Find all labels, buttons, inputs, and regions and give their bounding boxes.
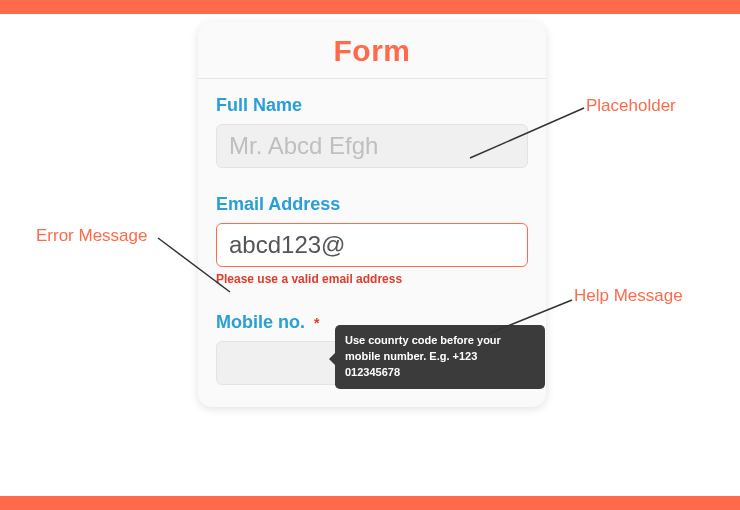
email-label: Email Address bbox=[216, 194, 528, 215]
required-star-icon: * bbox=[314, 315, 319, 331]
annotation-error: Error Message bbox=[36, 226, 147, 246]
field-email: Email Address Please use a valid email a… bbox=[216, 194, 528, 286]
annotation-placeholder: Placeholder bbox=[586, 96, 676, 116]
top-accent-bar bbox=[0, 0, 740, 14]
full-name-label: Full Name bbox=[216, 95, 528, 116]
full-name-input[interactable] bbox=[216, 124, 528, 168]
bottom-accent-bar bbox=[0, 496, 740, 510]
form-header: Form bbox=[198, 22, 546, 79]
mobile-label-text: Mobile no. bbox=[216, 312, 305, 332]
email-error-message: Please use a valid email address bbox=[216, 272, 528, 286]
form-title: Form bbox=[198, 34, 546, 68]
email-input[interactable] bbox=[216, 223, 528, 267]
mobile-help-tooltip: Use counrty code before your mobile numb… bbox=[335, 325, 545, 389]
field-full-name: Full Name bbox=[216, 95, 528, 168]
annotation-help: Help Message bbox=[574, 286, 683, 306]
